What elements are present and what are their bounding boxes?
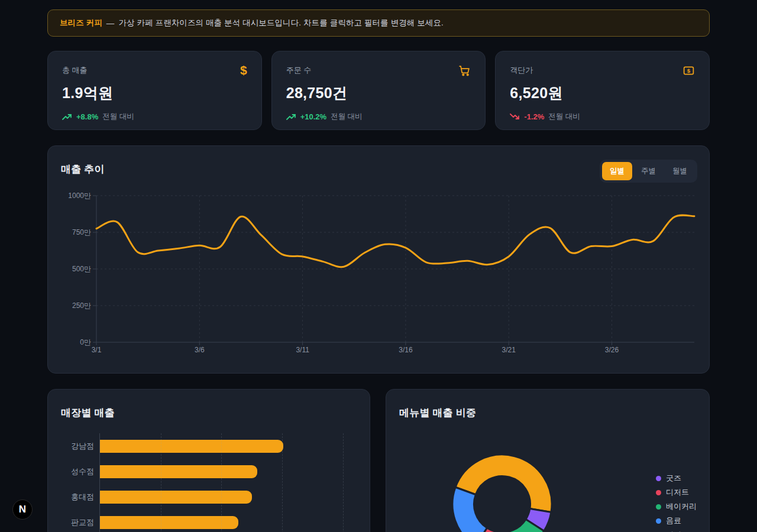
kpi-compare: 전월 대비 bbox=[331, 112, 362, 122]
brand-name: 브리즈 커피 bbox=[60, 18, 102, 28]
store-label: 홍대점 bbox=[60, 484, 94, 510]
cart-icon bbox=[458, 64, 471, 77]
trending-up-icon bbox=[62, 110, 72, 123]
tab-weekly[interactable]: 주별 bbox=[633, 162, 664, 180]
kpi-change: -1.2% bbox=[524, 112, 544, 121]
dashboard-page: 브리즈 커피 — 가상 카페 프랜차이즈의 매출 분석 대시보드입니다. 차트를… bbox=[0, 0, 757, 532]
svg-text:3/26: 3/26 bbox=[605, 346, 619, 354]
kpi-value: 1.9억원 bbox=[62, 83, 247, 103]
legend-dot bbox=[656, 518, 661, 524]
kpi-change: +10.2% bbox=[300, 112, 326, 121]
legend-item-dessert[interactable]: 디저트 bbox=[656, 485, 697, 499]
kpi-label: 총 매출 bbox=[62, 65, 88, 76]
svg-text:3/16: 3/16 bbox=[399, 346, 413, 354]
bar-pangyo[interactable] bbox=[100, 516, 238, 529]
kpi-value: 28,750건 bbox=[286, 83, 471, 103]
tab-daily[interactable]: 일별 bbox=[602, 162, 632, 180]
bar-gridline bbox=[161, 433, 161, 532]
banknote-icon: $ bbox=[682, 64, 695, 77]
intro-banner: 브리즈 커피 — 가상 카페 프랜차이즈의 매출 분석 대시보드입니다. 차트를… bbox=[47, 9, 710, 37]
kpi-label: 객단가 bbox=[510, 65, 533, 76]
trend-section-title: 매출 추이 bbox=[61, 163, 105, 176]
legend-dot bbox=[656, 476, 661, 481]
menu-share-donut-chart[interactable] bbox=[443, 445, 561, 532]
menu-section-title: 메뉴별 매출 비중 bbox=[399, 406, 476, 420]
nextjs-dev-indicator[interactable]: N bbox=[12, 499, 33, 520]
kpi-compare: 전월 대비 bbox=[548, 112, 580, 122]
tab-monthly[interactable]: 월별 bbox=[665, 162, 695, 180]
svg-text:750만: 750만 bbox=[72, 228, 91, 236]
bar-gridline bbox=[221, 433, 222, 532]
legend-item-bakery[interactable]: 베이커리 bbox=[656, 499, 697, 514]
store-revenue-card: 매장별 매출 강남점 성수점 홍대점 판교점 bbox=[47, 389, 370, 532]
svg-text:500만: 500만 bbox=[72, 265, 91, 273]
revenue-trend-card: 0만250만500만750만1000만3/13/63/113/163/213/2… bbox=[47, 145, 710, 374]
legend-item-coffee[interactable]: 커피 bbox=[656, 528, 697, 532]
legend-dot bbox=[656, 490, 661, 495]
banner-description: 가상 카페 프랜차이즈의 매출 분석 대시보드입니다. 차트를 클릭하고 필터를… bbox=[118, 18, 443, 28]
svg-text:250만: 250만 bbox=[72, 301, 91, 310]
legend-item-beverage[interactable]: 음료 bbox=[656, 514, 697, 528]
svg-text:$: $ bbox=[687, 67, 691, 74]
bar-seongsu[interactable] bbox=[100, 465, 257, 478]
kpi-value: 6,520원 bbox=[510, 83, 695, 103]
banner-separator: — bbox=[106, 19, 115, 28]
menu-legend: 굿즈 디저트 베이커리 음료 커피 bbox=[656, 471, 697, 532]
legend-item-goods[interactable]: 굿즈 bbox=[656, 471, 697, 485]
period-tab-group: 일별 주별 월별 bbox=[600, 160, 697, 183]
store-bar-axis-labels: 강남점 성수점 홍대점 판교점 bbox=[60, 433, 94, 532]
nextjs-logo: N bbox=[19, 504, 26, 515]
svg-text:3/6: 3/6 bbox=[195, 346, 205, 354]
store-label: 판교점 bbox=[60, 510, 94, 532]
legend-dot bbox=[656, 504, 661, 510]
svg-text:3/21: 3/21 bbox=[502, 346, 516, 354]
kpi-card-total-revenue: 총 매출 $ 1.9억원 +8.8% 전월 대비 bbox=[47, 51, 262, 130]
bar-gridline bbox=[343, 433, 344, 532]
dollar-icon: $ bbox=[240, 64, 247, 77]
kpi-change: +8.8% bbox=[76, 112, 98, 121]
svg-text:1000만: 1000만 bbox=[68, 192, 91, 200]
store-label: 성수점 bbox=[60, 459, 94, 484]
trending-down-icon bbox=[510, 110, 520, 123]
kpi-row: 총 매출 $ 1.9억원 +8.8% 전월 대비 주문 수 28,750건 bbox=[47, 51, 710, 130]
bar-gangnam[interactable] bbox=[100, 440, 283, 453]
kpi-card-avg-ticket: 객단가 $ 6,520원 -1.2% 전월 대비 bbox=[495, 51, 710, 130]
trending-up-icon bbox=[286, 110, 296, 123]
svg-text:3/11: 3/11 bbox=[296, 346, 309, 354]
kpi-card-order-count: 주문 수 28,750건 +10.2% 전월 대비 bbox=[271, 51, 486, 130]
svg-text:0만: 0만 bbox=[80, 338, 91, 346]
bar-gridline bbox=[282, 433, 283, 532]
bar-hongdae[interactable] bbox=[100, 491, 252, 504]
kpi-label: 주문 수 bbox=[286, 65, 312, 76]
kpi-compare: 전월 대비 bbox=[102, 112, 134, 122]
store-section-title: 매장별 매출 bbox=[61, 406, 115, 420]
menu-share-card: 메뉴별 매출 비중 굿즈 디저트 베이커리 음료 커피 bbox=[386, 389, 710, 532]
store-bar-chart[interactable] bbox=[99, 433, 359, 532]
store-label: 강남점 bbox=[60, 433, 94, 459]
svg-text:3/1: 3/1 bbox=[92, 346, 102, 354]
